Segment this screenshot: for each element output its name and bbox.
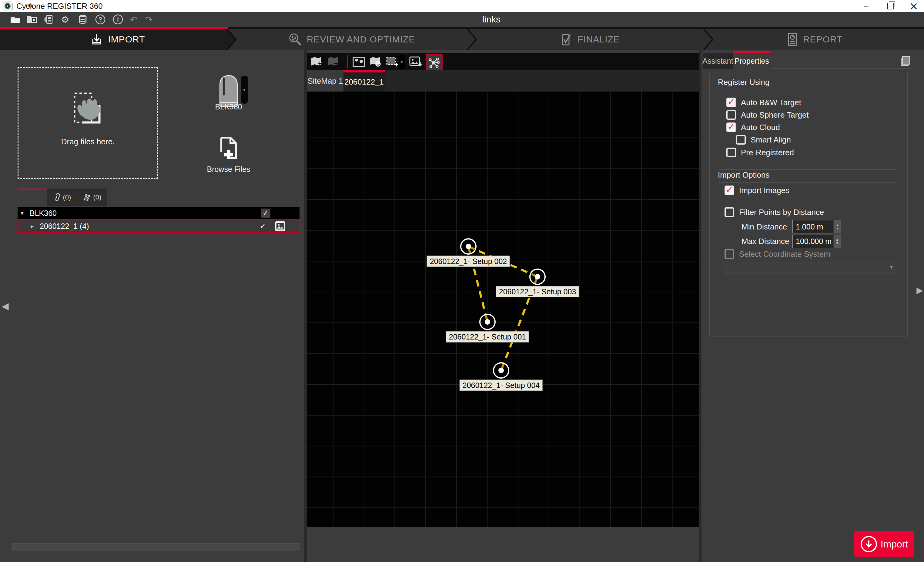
browse-files-label: Browse Files [198,165,259,174]
workflow-step-import[interactable]: IMPORT [0,29,235,50]
active-sitemap-tab-indicator [344,70,385,72]
tree-row-blk360[interactable]: ▾ BLK360 ✓ [18,207,300,219]
blk360-label: BLK360 [204,102,253,111]
sitemap-node-label[interactable]: 2060122_1- Setup 001 [446,331,529,343]
option-label: Auto Cloud [741,123,780,132]
undo-icon[interactable]: ↶ [128,13,140,25]
option-label: Pre-Registered [741,148,794,157]
toolbar-dropdown[interactable]: ▾ [398,55,405,69]
app-icon [3,1,13,11]
option-label: Filter Points by Distance [739,208,824,217]
tab-links[interactable]: (0) [77,189,107,206]
checkbox[interactable]: ✓ [724,186,734,195]
app-icon-dot [7,6,8,7]
sitemap-node[interactable] [479,314,496,330]
minimize-button[interactable]: – [856,0,876,12]
project-title: links [455,12,528,27]
panels-toggle-icon[interactable] [897,53,913,69]
tab-sitemap-1[interactable]: SiteMap 1 [307,70,344,91]
import-options-title: Import Options [718,170,770,180]
right-panel-divider [699,50,702,562]
sitemap-canvas[interactable]: 2060122_1- Setup 0022060122_1- Setup 003… [307,91,699,527]
option-auto-sphere-target[interactable]: ✓ Auto Sphere Target [726,110,809,120]
tab-warnings[interactable]: ⚠ (4) [18,0,32,9]
storage-database-icon[interactable] [76,13,89,25]
tab-2060122-1[interactable]: 2060122_1 [344,72,385,91]
map-location-icon[interactable] [369,56,382,68]
caret-down-icon[interactable]: ▾ [21,210,30,217]
import-image-icon[interactable] [409,56,422,68]
close-button[interactable]: × [904,0,923,12]
import-button-label: Import [880,539,908,550]
tree-root-checkbox[interactable]: ✓ [261,208,270,218]
checkbox[interactable]: ✓ [726,148,736,157]
links-tool-selected[interactable] [426,54,442,71]
min-distance-row: Min Distance ▴▾ [741,220,841,234]
device-manager-icon[interactable] [42,13,55,25]
settings-gear-icon[interactable]: ⚙ [59,13,72,25]
thumbnail-icon[interactable] [275,221,285,231]
active-prop-tab-indicator [733,51,771,53]
max-distance-row: Max Distance ▴▾ [741,235,841,248]
svg-text:?: ? [99,16,102,23]
links-count: (0) [93,193,102,201]
sitemap-node[interactable] [529,268,546,285]
browse-files-icon[interactable] [217,136,240,164]
option-filter-points[interactable]: ✓ Filter Points by Distance [724,207,824,217]
tree-root-label: BLK360 [30,209,57,218]
left-panel-hscrollbar[interactable] [12,543,300,551]
workflow-step-review[interactable]: REVIEW AND OPTIMIZE [228,29,476,50]
sitemap-node-label[interactable]: 2060122_1- Setup 002 [427,256,510,267]
sitemap-node-label[interactable]: 2060122_1- Setup 003 [496,286,579,297]
option-auto-bw-target[interactable]: ✓ Auto B&W Target [726,97,801,107]
checkbox[interactable]: ✓ [736,135,746,145]
open-project-icon[interactable] [9,13,22,25]
checkbox[interactable]: ✓ [726,123,736,132]
expand-right-arrow[interactable]: ▶ [915,283,924,297]
workflow-step-label: FINALIZE [578,34,620,45]
tree-row-2060122[interactable]: ▸ 2060122_1 (4) ✓ [18,219,300,233]
option-import-images[interactable]: ✓ Import Images [724,186,789,195]
sitemap-node-label[interactable]: 2060122_1- Setup 004 [460,380,543,391]
workflow-step-finalize[interactable]: FINALIZE [468,29,712,50]
import-download-icon [861,536,877,552]
remove-sitemap-icon[interactable] [326,56,339,68]
bottom-separator [850,529,851,559]
option-label: Auto B&W Target [741,98,801,107]
active-tab-indicator [18,189,47,190]
info-icon[interactable]: i [111,13,124,25]
tree-child-checkbox[interactable]: ✓ [258,222,268,231]
import-button[interactable]: Import [854,531,914,557]
restore-button[interactable] [881,0,900,12]
workflow-step-report[interactable]: REPORT [705,29,924,50]
blk360-device-icon[interactable] [219,75,238,107]
geo-image-icon[interactable] [352,56,366,68]
coordinate-system-dropdown[interactable]: ▾ [724,262,896,273]
help-icon[interactable]: ? [94,13,107,25]
workflow-step-label: REVIEW AND OPTIMIZE [307,34,415,45]
sitemap-node[interactable] [493,362,509,379]
max-distance-input[interactable] [792,235,833,248]
checkbox[interactable]: ✓ [726,110,736,120]
tab-assistant[interactable]: Assistant [703,53,733,69]
min-distance-input[interactable] [792,220,833,234]
checkbox[interactable]: ✓ [724,249,734,259]
checkbox[interactable]: ✓ [726,97,736,107]
tab-attachments[interactable]: (0) [47,189,77,206]
option-select-coordinate-system[interactable]: ✓ Select Coordinate System [724,249,830,259]
max-distance-spinner[interactable]: ▴▾ [834,235,841,248]
blk360-dropdown[interactable]: ▾ [241,76,248,104]
add-sitemap-icon[interactable] [310,56,323,68]
sitemap-node[interactable] [460,238,477,255]
checkbox[interactable]: ✓ [724,207,734,217]
select-area-icon[interactable] [386,56,399,68]
tab-properties[interactable]: Properties [733,53,771,69]
redo-icon[interactable]: ↷ [142,13,155,25]
caret-right-icon[interactable]: ▸ [31,222,40,230]
close-project-icon[interactable]: × [26,13,38,25]
min-distance-spinner[interactable]: ▴▾ [834,220,841,234]
collapse-left-arrow[interactable]: ◀ [1,299,10,313]
option-auto-cloud[interactable]: ✓ Auto Cloud [726,123,780,132]
option-smart-align[interactable]: ✓ Smart Align [736,135,791,145]
option-pre-registered[interactable]: ✓ Pre-Registered [726,148,794,157]
